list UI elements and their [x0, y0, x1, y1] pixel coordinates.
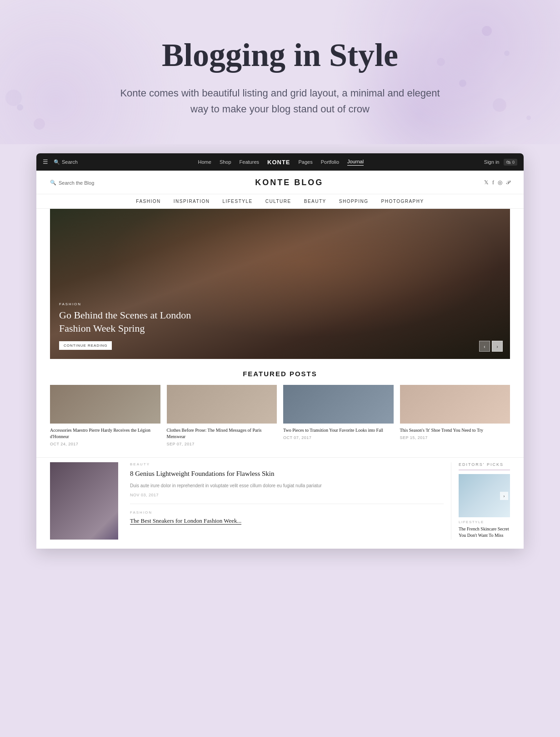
main-article-image [50, 462, 118, 540]
featured-item-3[interactable]: Two Pieces to Transition Your Favorite L… [283, 385, 394, 446]
nav-home[interactable]: Home [198, 159, 211, 165]
signin-link[interactable]: Sign in [484, 159, 500, 165]
featured-item-2[interactable]: Clothes Before Prose: The Mixed Messages… [167, 385, 277, 446]
cat-lifestyle[interactable]: LIFESTYLE [222, 199, 252, 204]
main-article-date: NOV 03, 2017 [130, 493, 444, 497]
cat-photography[interactable]: PHOTOGRAPHY [381, 199, 424, 204]
featured-date-2: SEP 07, 2017 [167, 442, 277, 446]
hero-image-area: FASHION Go Behind the Scenes at London F… [50, 209, 510, 359]
search-label: Search [62, 159, 78, 165]
editors-picks-next-arrow[interactable]: › [500, 492, 508, 500]
editors-picks-image: › [459, 474, 510, 517]
featured-image-3 [283, 385, 394, 424]
blog-title: KONTE BLOG [255, 178, 323, 187]
search-icon-blog: 🔍 [50, 180, 56, 186]
featured-image-2 [167, 385, 277, 424]
featured-section-title: Featured Posts [50, 370, 510, 378]
blog-search-label: Search the Blog [59, 180, 94, 186]
nav-pages[interactable]: Pages [299, 159, 313, 165]
featured-image-1 [50, 385, 160, 424]
blog-search-button[interactable]: 🔍 Search the Blog [50, 180, 94, 186]
second-article-category: FASHION [130, 510, 444, 515]
featured-title-3: Two Pieces to Transition Your Favorite L… [283, 427, 394, 434]
featured-title-1: Accessories Maestro Pierre Hardy Receive… [50, 427, 160, 440]
featured-date-4: SEP 15, 2017 [400, 435, 510, 440]
editors-picks-label: EDITORS' PICKS [459, 462, 510, 470]
cat-shopping[interactable]: SHOPPING [339, 199, 369, 204]
nav-search-button[interactable]: 🔍 Search [54, 159, 78, 165]
featured-grid: Accessories Maestro Pierre Hardy Receive… [50, 385, 510, 446]
bottom-section: BEAUTY 8 Genius Lightweight Foundations … [36, 457, 524, 549]
prev-arrow[interactable]: ‹ [479, 341, 490, 352]
main-article-category: BEAUTY [130, 462, 444, 466]
hero-category-badge: FASHION [59, 302, 195, 306]
continue-reading-button[interactable]: CONTINUE READING [59, 341, 112, 350]
hero-overlay-text: FASHION Go Behind the Scenes at London F… [59, 302, 195, 350]
featured-item-4[interactable]: This Season's 'It' Shoe Trend You Need t… [400, 385, 510, 446]
facebook-icon[interactable]: f [492, 179, 494, 186]
main-article-content: BEAUTY 8 Genius Lightweight Foundations … [123, 462, 451, 540]
editors-item-category: LIFESTYLE [459, 520, 510, 524]
main-article-title[interactable]: 8 Genius Lightweight Foundations for Fla… [130, 469, 444, 479]
hero-section: Blogging in Style Konte comes with beaut… [0, 0, 560, 144]
hero-subtitle: Konte comes with beautiful listing and g… [116, 85, 444, 117]
page-title: Blogging in Style [18, 36, 542, 74]
featured-item-1[interactable]: Accessories Maestro Pierre Hardy Receive… [50, 385, 160, 446]
cart-button[interactable]: 🛍 0 [504, 159, 517, 166]
cat-culture[interactable]: CULTURE [265, 199, 291, 204]
hero-image: FASHION Go Behind the Scenes at London F… [50, 209, 510, 359]
featured-date-1: OCT 24, 2017 [50, 442, 160, 446]
editors-picks-panel: EDITORS' PICKS › LIFESTYLE The French Sk… [451, 462, 510, 540]
featured-image-4 [400, 385, 510, 424]
nav-shop[interactable]: Shop [220, 159, 231, 165]
pinterest-icon[interactable]: 𝒫 [506, 179, 510, 186]
nav-right: Sign in 🛍 0 [484, 159, 517, 166]
social-icons: 𝕏 f ◎ 𝒫 [484, 179, 510, 186]
featured-section: Featured Posts Accessories Maestro Pierr… [36, 359, 524, 457]
hamburger-icon[interactable]: ☰ [43, 158, 48, 166]
nav-brand[interactable]: KONTE [267, 159, 290, 166]
next-arrow[interactable]: › [492, 341, 503, 352]
main-article-excerpt: Duis aute irure dolor in reprehenderit i… [130, 482, 444, 489]
blog-header: 🔍 Search the Blog KONTE BLOG 𝕏 f ◎ 𝒫 [36, 171, 524, 194]
nav-journal[interactable]: Journal [347, 159, 364, 166]
nav-links: Home Shop Features KONTE Pages Portfolio… [198, 159, 364, 166]
featured-date-3: OCT 07, 2017 [283, 435, 394, 440]
editors-item-title[interactable]: The French Skincare Secret You Don't Wan… [459, 526, 510, 539]
browser-frame: ☰ 🔍 Search Home Shop Features KONTE Page… [36, 153, 524, 549]
top-navbar: ☰ 🔍 Search Home Shop Features KONTE Page… [36, 153, 524, 171]
cat-inspiration[interactable]: INSPIRATION [174, 199, 210, 204]
featured-title-4: This Season's 'It' Shoe Trend You Need t… [400, 427, 510, 434]
cat-beauty[interactable]: BEAUTY [304, 199, 326, 204]
nav-portfolio[interactable]: Portfolio [321, 159, 339, 165]
nav-features[interactable]: Features [240, 159, 259, 165]
second-article-title[interactable]: The Best Sneakers for London Fashion Wee… [130, 517, 241, 525]
blog-area: 🔍 Search the Blog KONTE BLOG 𝕏 f ◎ 𝒫 FAS… [36, 171, 524, 549]
search-icon: 🔍 [54, 159, 60, 165]
featured-title-2: Clothes Before Prose: The Mixed Messages… [167, 427, 277, 440]
hero-nav-arrows: ‹ › [479, 341, 503, 352]
twitter-icon[interactable]: 𝕏 [484, 179, 489, 186]
cat-fashion[interactable]: FASHION [136, 199, 160, 204]
instagram-icon[interactable]: ◎ [498, 179, 502, 186]
second-article: FASHION The Best Sneakers for London Fas… [130, 504, 444, 525]
blog-category-nav: FASHION INSPIRATION LIFESTYLE CULTURE BE… [36, 194, 524, 209]
hero-article-title: Go Behind the Scenes at London Fashion W… [59, 309, 195, 335]
